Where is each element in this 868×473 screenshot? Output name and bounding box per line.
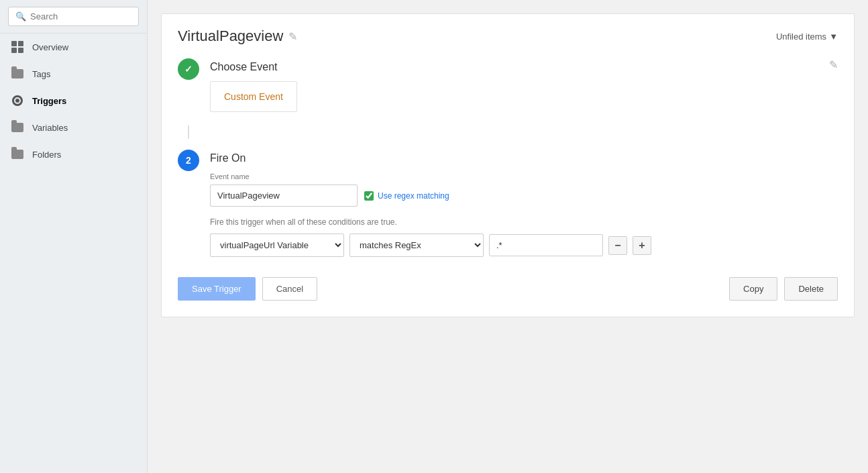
sidebar-item-tags[interactable]: Tags [0,60,147,87]
chevron-down-icon: ▼ [829,32,838,42]
variables-icon [11,122,24,133]
sidebar-item-overview[interactable]: Overview [0,34,147,60]
step2-title: Fire On [210,150,838,164]
step1-checkmark: ✓ [184,64,193,74]
remove-condition-button[interactable]: − [608,236,627,255]
sidebar-item-label: Variables [32,123,68,133]
delete-label: Delete [798,284,824,294]
unfiled-items-dropdown[interactable]: Unfiled items ▼ [776,32,838,42]
plus-icon: + [639,240,645,252]
vertical-divider [188,125,189,139]
condition-operator-select[interactable]: matches RegEx [349,233,484,257]
footer-buttons: Save Trigger Cancel Copy Delete [178,277,838,301]
folder-icon [11,149,24,160]
delete-button[interactable]: Delete [784,277,838,301]
footer-right-buttons: Copy Delete [729,277,838,301]
custom-event-box[interactable]: Custom Event [210,81,297,112]
copy-label: Copy [743,284,763,294]
condition-variable-select[interactable]: virtualPageUrl Variable [210,233,344,257]
cancel-label: Cancel [276,284,303,294]
step2-content: Fire On Event name Use regex matching Fi… [210,150,838,257]
sidebar: 🔍 Overview Tags Triggers [0,0,148,473]
custom-event-label: Custom Event [224,91,283,102]
cancel-button[interactable]: Cancel [262,277,317,301]
sidebar-item-label: Tags [32,69,50,79]
trigger-card: VirtualPageview ✎ Unfiled items ▼ ✓ Choo… [161,13,855,317]
regex-matching-label[interactable]: Use regex matching [364,191,449,201]
footer-left-buttons: Save Trigger Cancel [178,277,317,301]
sidebar-item-label: Triggers [32,96,66,106]
edit-title-icon[interactable]: ✎ [288,30,297,43]
sidebar-item-variables[interactable]: Variables [0,114,147,141]
step2-section: 2 Fire On Event name Use regex matching … [178,150,838,257]
step1-indicator: ✓ [178,58,199,80]
sidebar-item-label: Overview [32,42,68,52]
step2-number: 2 [186,155,191,166]
search-container: 🔍 [0,0,147,34]
page-title: VirtualPageview [178,28,283,45]
search-input[interactable] [30,11,131,21]
step1-content: Choose Event Custom Event [210,58,818,112]
add-condition-button[interactable]: + [633,236,651,255]
minus-icon: − [614,240,620,252]
conditions-label: Fire this trigger when all of these cond… [210,217,838,227]
event-name-input[interactable] [210,185,358,207]
card-title-container: VirtualPageview ✎ [178,28,297,45]
sidebar-item-triggers[interactable]: Triggers [0,87,147,114]
step1-title: Choose Event [210,58,818,73]
regex-label-text: Use regex matching [378,191,449,201]
unfiled-items-label: Unfiled items [776,32,826,42]
main-content: VirtualPageview ✎ Unfiled items ▼ ✓ Choo… [148,0,868,473]
grid-icon [11,42,24,52]
event-name-row: Use regex matching [210,185,838,207]
event-name-label: Event name [210,172,838,180]
sidebar-item-folders[interactable]: Folders [0,141,147,168]
step1-section: ✓ Choose Event Custom Event ✎ [178,58,838,112]
save-trigger-button[interactable]: Save Trigger [178,277,256,301]
conditions-row: virtualPageUrl Variable matches RegEx − … [210,233,838,257]
card-header: VirtualPageview ✎ Unfiled items ▼ [178,28,838,45]
search-box[interactable]: 🔍 [8,7,139,26]
condition-value-input[interactable] [489,234,603,256]
copy-button[interactable]: Copy [729,277,777,301]
sidebar-item-label: Folders [32,150,61,160]
tag-icon [11,68,24,79]
search-icon: 🔍 [15,11,26,21]
circle-icon [11,95,24,106]
step2-indicator: 2 [178,150,199,171]
regex-checkbox[interactable] [364,191,374,201]
save-trigger-label: Save Trigger [192,284,241,294]
edit-step1-icon[interactable]: ✎ [829,59,838,70]
